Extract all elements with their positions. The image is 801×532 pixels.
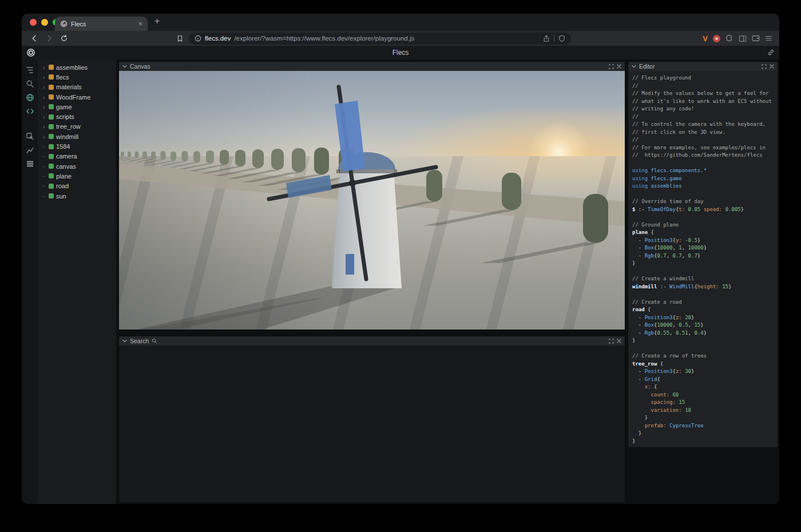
expand-chevron-icon[interactable]: › xyxy=(41,124,46,129)
code-line xyxy=(632,345,775,353)
expand-chevron-icon[interactable]: › xyxy=(41,65,46,70)
minimize-window-button[interactable] xyxy=(41,19,48,26)
new-tab-button[interactable]: + xyxy=(154,16,160,26)
code-line: road { xyxy=(632,306,775,314)
code-line: // xyxy=(632,113,775,121)
expand-chevron-icon[interactable]: › xyxy=(41,104,46,110)
share-icon[interactable] xyxy=(543,35,550,42)
tree-item-label: WoodFrame xyxy=(56,94,90,101)
tree-row[interactable]: ›tree_row xyxy=(38,122,116,132)
code-line: x: { xyxy=(632,383,775,391)
forward-button[interactable] xyxy=(43,33,55,44)
expand-chevron-icon[interactable]: › xyxy=(41,134,46,140)
tree-row[interactable]: ›materials xyxy=(38,82,116,92)
tree-row[interactable]: –plane xyxy=(38,171,116,181)
bookmark-icon[interactable] xyxy=(174,33,185,44)
fullscreen-icon[interactable] xyxy=(762,64,767,69)
stats-icon[interactable] xyxy=(25,145,34,154)
code-line: } xyxy=(632,414,775,422)
menu-icon[interactable] xyxy=(765,35,772,42)
tree-item-label: materials xyxy=(56,84,82,90)
code-line: } xyxy=(632,438,775,446)
scene-tree xyxy=(583,194,608,243)
leaf-dash-icon: – xyxy=(41,193,46,199)
memory-icon[interactable] xyxy=(25,159,34,168)
tree-item-label: windmill xyxy=(56,133,78,140)
collapse-chevron-icon[interactable] xyxy=(122,339,127,343)
tree-row[interactable]: –sun xyxy=(38,191,116,201)
editor-panel-header: Editor xyxy=(628,62,778,71)
tree-row[interactable]: ›windmill xyxy=(38,132,116,141)
code-line xyxy=(632,160,775,168)
code-line: tree_row { xyxy=(632,360,775,368)
tree-row[interactable]: –camera xyxy=(38,152,116,161)
tree-row[interactable]: ›assemblies xyxy=(38,62,116,72)
entity-tree-icon[interactable] xyxy=(25,65,34,74)
expand-chevron-icon[interactable]: › xyxy=(41,94,46,100)
fullscreen-icon[interactable] xyxy=(609,64,614,69)
url-input[interactable]: flecs.dev /explorer/?wasm=https://www.fl… xyxy=(189,33,571,45)
module-color-icon xyxy=(49,74,54,80)
close-icon[interactable] xyxy=(770,64,774,69)
tab-close-icon[interactable]: × xyxy=(138,20,142,28)
search-icon[interactable] xyxy=(25,79,34,88)
tree-row[interactable]: –road xyxy=(38,181,116,191)
search-panel: Search xyxy=(118,336,625,503)
tree-row[interactable]: ›game xyxy=(38,102,116,112)
inspect-icon[interactable] xyxy=(25,132,34,141)
code-line: // xyxy=(632,136,775,144)
browser-tab[interactable]: Flecs × xyxy=(55,17,148,31)
tree-row[interactable]: ›WoodFrame xyxy=(38,92,116,102)
shield-icon[interactable] xyxy=(558,35,565,42)
wallet-icon[interactable] xyxy=(752,35,760,42)
expand-chevron-icon[interactable]: › xyxy=(41,114,46,120)
editor-code[interactable]: // Flecs playground//// Modify the value… xyxy=(628,71,778,448)
scene-tree xyxy=(271,149,284,170)
module-color-icon xyxy=(49,65,54,70)
entity-color-icon xyxy=(49,124,54,129)
back-button[interactable] xyxy=(29,33,40,44)
scene-tree xyxy=(135,152,139,158)
site-info-icon[interactable] xyxy=(195,35,201,42)
entity-color-icon xyxy=(49,154,54,159)
expand-chevron-icon[interactable]: › xyxy=(41,74,46,80)
code-line: variation: 10 xyxy=(632,407,775,415)
tree-item-label: road xyxy=(56,182,69,189)
code-line xyxy=(632,291,775,299)
scene-tree xyxy=(252,149,264,168)
share-link-icon[interactable] xyxy=(767,49,775,56)
url-path: /explorer/?wasm=https://www.flecs.dev/ex… xyxy=(234,35,540,42)
collapse-chevron-icon[interactable] xyxy=(122,65,127,68)
code-icon[interactable] xyxy=(25,106,34,116)
world-icon[interactable] xyxy=(25,93,34,102)
expand-chevron-icon[interactable]: › xyxy=(41,84,46,90)
entity-color-icon xyxy=(49,144,54,149)
close-icon[interactable] xyxy=(617,64,621,69)
collapse-chevron-icon[interactable] xyxy=(632,65,636,68)
extensions-puzzle-icon[interactable] xyxy=(725,34,733,42)
leaf-dash-icon: – xyxy=(41,183,46,189)
side-panel-icon[interactable] xyxy=(739,35,747,42)
scene-tree xyxy=(292,148,306,172)
tree-row[interactable]: –canvas xyxy=(38,161,116,171)
tree-item-label: flecs xyxy=(56,74,69,81)
code-line: - Box{10000, 1, 10000} xyxy=(632,244,775,252)
code-line: // Override time of day xyxy=(632,198,775,206)
fullscreen-icon[interactable] xyxy=(609,339,614,344)
canvas-panel: Canvas xyxy=(118,61,625,330)
code-line: - Position3{y: -0.5} xyxy=(632,237,775,245)
v-extension-icon[interactable]: V xyxy=(703,34,708,43)
browser-window: Flecs × + flecs.dev xyxy=(22,14,779,504)
tree-item-label: canvas xyxy=(56,163,76,170)
reload-button[interactable] xyxy=(58,33,70,44)
tree-item-label: sun xyxy=(56,193,66,200)
tree-row[interactable]: ›flecs xyxy=(38,72,116,82)
tree-row[interactable]: ›scripts xyxy=(38,112,116,121)
close-icon[interactable] xyxy=(617,339,621,343)
red-extension-icon[interactable] xyxy=(713,35,720,42)
close-window-button[interactable] xyxy=(30,19,37,26)
search-panel-header: Search xyxy=(119,336,625,346)
tree-row[interactable]: –1584 xyxy=(38,141,116,151)
tree-item-label: game xyxy=(56,104,72,110)
canvas-3d-scene[interactable] xyxy=(119,71,625,329)
